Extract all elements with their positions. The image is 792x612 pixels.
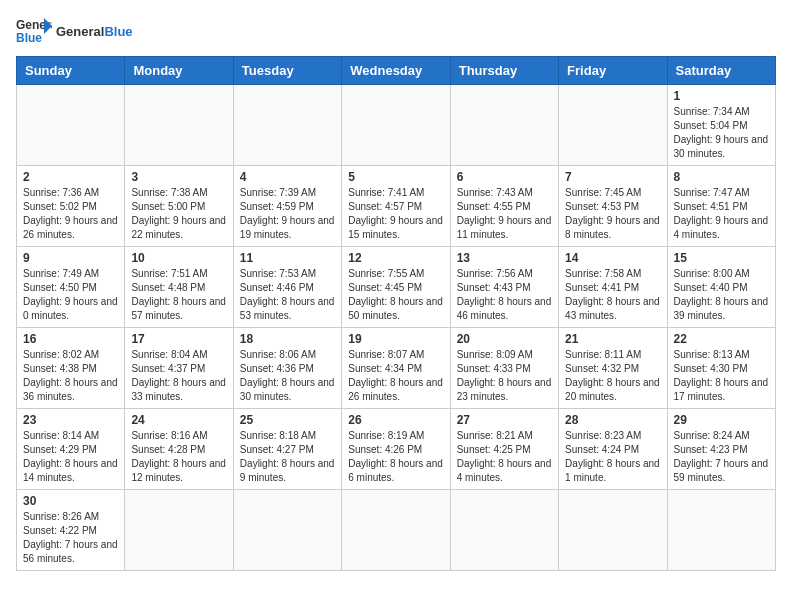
calendar-cell: 2Sunrise: 7:36 AM Sunset: 5:02 PM Daylig… bbox=[17, 166, 125, 247]
day-number: 18 bbox=[240, 332, 335, 346]
day-info: Sunrise: 7:56 AM Sunset: 4:43 PM Dayligh… bbox=[457, 267, 552, 323]
weekday-header-friday: Friday bbox=[559, 57, 667, 85]
header: General Blue GeneralBlue bbox=[16, 16, 776, 46]
day-number: 1 bbox=[674, 89, 769, 103]
calendar-cell: 26Sunrise: 8:19 AM Sunset: 4:26 PM Dayli… bbox=[342, 409, 450, 490]
weekday-header-tuesday: Tuesday bbox=[233, 57, 341, 85]
calendar-cell: 20Sunrise: 8:09 AM Sunset: 4:33 PM Dayli… bbox=[450, 328, 558, 409]
day-info: Sunrise: 7:47 AM Sunset: 4:51 PM Dayligh… bbox=[674, 186, 769, 242]
day-info: Sunrise: 8:07 AM Sunset: 4:34 PM Dayligh… bbox=[348, 348, 443, 404]
calendar-body: 1Sunrise: 7:34 AM Sunset: 5:04 PM Daylig… bbox=[17, 85, 776, 571]
calendar-cell bbox=[667, 490, 775, 571]
day-info: Sunrise: 7:51 AM Sunset: 4:48 PM Dayligh… bbox=[131, 267, 226, 323]
calendar-cell: 11Sunrise: 7:53 AM Sunset: 4:46 PM Dayli… bbox=[233, 247, 341, 328]
weekday-header-thursday: Thursday bbox=[450, 57, 558, 85]
calendar-cell: 8Sunrise: 7:47 AM Sunset: 4:51 PM Daylig… bbox=[667, 166, 775, 247]
day-number: 4 bbox=[240, 170, 335, 184]
weekday-header-sunday: Sunday bbox=[17, 57, 125, 85]
calendar-cell: 14Sunrise: 7:58 AM Sunset: 4:41 PM Dayli… bbox=[559, 247, 667, 328]
calendar-cell: 28Sunrise: 8:23 AM Sunset: 4:24 PM Dayli… bbox=[559, 409, 667, 490]
calendar-cell: 6Sunrise: 7:43 AM Sunset: 4:55 PM Daylig… bbox=[450, 166, 558, 247]
day-info: Sunrise: 8:14 AM Sunset: 4:29 PM Dayligh… bbox=[23, 429, 118, 485]
day-number: 20 bbox=[457, 332, 552, 346]
calendar-week-row: 16Sunrise: 8:02 AM Sunset: 4:38 PM Dayli… bbox=[17, 328, 776, 409]
day-info: Sunrise: 7:55 AM Sunset: 4:45 PM Dayligh… bbox=[348, 267, 443, 323]
day-number: 25 bbox=[240, 413, 335, 427]
calendar-cell: 16Sunrise: 8:02 AM Sunset: 4:38 PM Dayli… bbox=[17, 328, 125, 409]
calendar-cell: 3Sunrise: 7:38 AM Sunset: 5:00 PM Daylig… bbox=[125, 166, 233, 247]
day-info: Sunrise: 8:09 AM Sunset: 4:33 PM Dayligh… bbox=[457, 348, 552, 404]
calendar-cell: 24Sunrise: 8:16 AM Sunset: 4:28 PM Dayli… bbox=[125, 409, 233, 490]
day-info: Sunrise: 8:21 AM Sunset: 4:25 PM Dayligh… bbox=[457, 429, 552, 485]
day-number: 7 bbox=[565, 170, 660, 184]
day-number: 26 bbox=[348, 413, 443, 427]
calendar-cell: 1Sunrise: 7:34 AM Sunset: 5:04 PM Daylig… bbox=[667, 85, 775, 166]
calendar-cell: 25Sunrise: 8:18 AM Sunset: 4:27 PM Dayli… bbox=[233, 409, 341, 490]
svg-text:Blue: Blue bbox=[16, 31, 42, 45]
calendar-cell bbox=[342, 490, 450, 571]
calendar-cell: 27Sunrise: 8:21 AM Sunset: 4:25 PM Dayli… bbox=[450, 409, 558, 490]
day-number: 28 bbox=[565, 413, 660, 427]
day-info: Sunrise: 7:34 AM Sunset: 5:04 PM Dayligh… bbox=[674, 105, 769, 161]
calendar-week-row: 9Sunrise: 7:49 AM Sunset: 4:50 PM Daylig… bbox=[17, 247, 776, 328]
day-info: Sunrise: 8:19 AM Sunset: 4:26 PM Dayligh… bbox=[348, 429, 443, 485]
calendar-cell bbox=[450, 490, 558, 571]
day-number: 19 bbox=[348, 332, 443, 346]
day-number: 24 bbox=[131, 413, 226, 427]
calendar-cell: 22Sunrise: 8:13 AM Sunset: 4:30 PM Dayli… bbox=[667, 328, 775, 409]
calendar-table: SundayMondayTuesdayWednesdayThursdayFrid… bbox=[16, 56, 776, 571]
calendar-cell bbox=[450, 85, 558, 166]
day-info: Sunrise: 8:02 AM Sunset: 4:38 PM Dayligh… bbox=[23, 348, 118, 404]
day-info: Sunrise: 7:45 AM Sunset: 4:53 PM Dayligh… bbox=[565, 186, 660, 242]
calendar-cell bbox=[342, 85, 450, 166]
calendar-cell: 21Sunrise: 8:11 AM Sunset: 4:32 PM Dayli… bbox=[559, 328, 667, 409]
day-info: Sunrise: 8:24 AM Sunset: 4:23 PM Dayligh… bbox=[674, 429, 769, 485]
day-number: 9 bbox=[23, 251, 118, 265]
logo-icon: General Blue bbox=[16, 16, 52, 46]
day-number: 23 bbox=[23, 413, 118, 427]
calendar-cell: 23Sunrise: 8:14 AM Sunset: 4:29 PM Dayli… bbox=[17, 409, 125, 490]
calendar-cell: 30Sunrise: 8:26 AM Sunset: 4:22 PM Dayli… bbox=[17, 490, 125, 571]
calendar-cell: 13Sunrise: 7:56 AM Sunset: 4:43 PM Dayli… bbox=[450, 247, 558, 328]
calendar-cell: 10Sunrise: 7:51 AM Sunset: 4:48 PM Dayli… bbox=[125, 247, 233, 328]
day-number: 14 bbox=[565, 251, 660, 265]
calendar-cell: 29Sunrise: 8:24 AM Sunset: 4:23 PM Dayli… bbox=[667, 409, 775, 490]
calendar-cell bbox=[125, 85, 233, 166]
calendar-cell bbox=[17, 85, 125, 166]
day-info: Sunrise: 7:41 AM Sunset: 4:57 PM Dayligh… bbox=[348, 186, 443, 242]
day-info: Sunrise: 8:16 AM Sunset: 4:28 PM Dayligh… bbox=[131, 429, 226, 485]
calendar-cell: 4Sunrise: 7:39 AM Sunset: 4:59 PM Daylig… bbox=[233, 166, 341, 247]
day-number: 15 bbox=[674, 251, 769, 265]
day-number: 16 bbox=[23, 332, 118, 346]
day-info: Sunrise: 8:00 AM Sunset: 4:40 PM Dayligh… bbox=[674, 267, 769, 323]
day-number: 2 bbox=[23, 170, 118, 184]
day-info: Sunrise: 7:36 AM Sunset: 5:02 PM Dayligh… bbox=[23, 186, 118, 242]
calendar-cell: 19Sunrise: 8:07 AM Sunset: 4:34 PM Dayli… bbox=[342, 328, 450, 409]
day-info: Sunrise: 8:26 AM Sunset: 4:22 PM Dayligh… bbox=[23, 510, 118, 566]
day-number: 11 bbox=[240, 251, 335, 265]
day-info: Sunrise: 7:49 AM Sunset: 4:50 PM Dayligh… bbox=[23, 267, 118, 323]
calendar-cell: 18Sunrise: 8:06 AM Sunset: 4:36 PM Dayli… bbox=[233, 328, 341, 409]
calendar-week-row: 23Sunrise: 8:14 AM Sunset: 4:29 PM Dayli… bbox=[17, 409, 776, 490]
logo: General Blue GeneralBlue bbox=[16, 16, 133, 46]
calendar-week-row: 30Sunrise: 8:26 AM Sunset: 4:22 PM Dayli… bbox=[17, 490, 776, 571]
calendar-cell bbox=[233, 490, 341, 571]
day-info: Sunrise: 8:04 AM Sunset: 4:37 PM Dayligh… bbox=[131, 348, 226, 404]
day-number: 10 bbox=[131, 251, 226, 265]
day-info: Sunrise: 8:23 AM Sunset: 4:24 PM Dayligh… bbox=[565, 429, 660, 485]
day-number: 27 bbox=[457, 413, 552, 427]
calendar-week-row: 2Sunrise: 7:36 AM Sunset: 5:02 PM Daylig… bbox=[17, 166, 776, 247]
day-number: 22 bbox=[674, 332, 769, 346]
day-number: 17 bbox=[131, 332, 226, 346]
calendar-week-row: 1Sunrise: 7:34 AM Sunset: 5:04 PM Daylig… bbox=[17, 85, 776, 166]
calendar-cell bbox=[233, 85, 341, 166]
calendar-cell: 9Sunrise: 7:49 AM Sunset: 4:50 PM Daylig… bbox=[17, 247, 125, 328]
day-number: 8 bbox=[674, 170, 769, 184]
day-info: Sunrise: 7:39 AM Sunset: 4:59 PM Dayligh… bbox=[240, 186, 335, 242]
weekday-header-saturday: Saturday bbox=[667, 57, 775, 85]
day-info: Sunrise: 8:06 AM Sunset: 4:36 PM Dayligh… bbox=[240, 348, 335, 404]
day-number: 30 bbox=[23, 494, 118, 508]
day-number: 6 bbox=[457, 170, 552, 184]
day-info: Sunrise: 8:18 AM Sunset: 4:27 PM Dayligh… bbox=[240, 429, 335, 485]
day-number: 13 bbox=[457, 251, 552, 265]
